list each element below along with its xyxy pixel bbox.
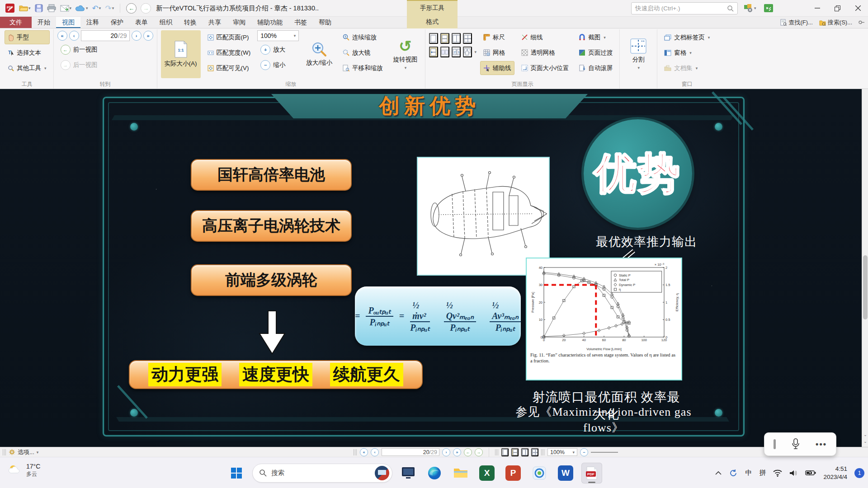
zoom-out-button[interactable]: −缩小 <box>257 58 299 72</box>
page-number-field[interactable]: 20/29 <box>81 30 130 41</box>
taskbar-app-powerpoint[interactable]: P <box>503 463 524 483</box>
options-button[interactable]: 选项...▾ <box>18 448 38 456</box>
tab-review[interactable]: 审阅 <box>227 17 251 28</box>
tab-file[interactable]: 文件 <box>0 17 32 28</box>
wifi-icon[interactable] <box>773 469 782 477</box>
tab-help[interactable]: 帮助 <box>313 17 337 28</box>
marquee-zoom-button[interactable]: 放大/缩小 <box>302 30 336 78</box>
clock-widget[interactable]: 4:512023/4/4 <box>823 465 847 481</box>
document-tabs-button[interactable]: 文档标签页▾ <box>661 30 713 44</box>
taskbar-app-excel[interactable]: X <box>476 463 497 483</box>
continuous-zoom-button[interactable]: 连续缩放 <box>340 30 386 44</box>
continuous-button-status[interactable] <box>511 448 519 456</box>
start-button[interactable] <box>226 463 247 483</box>
split-page-layout-button[interactable] <box>429 47 438 57</box>
email-button[interactable]: ▾ <box>59 2 73 14</box>
save-button[interactable] <box>33 2 44 14</box>
fit-width-button[interactable]: 匹配宽度(W) <box>204 46 254 60</box>
grip-handle[interactable] <box>495 449 499 455</box>
facing-continuous-layout-button[interactable] <box>463 33 472 44</box>
next-page-button-status[interactable]: › <box>442 448 450 456</box>
find-button[interactable]: 查找(F)... <box>780 19 812 27</box>
actual-size-button[interactable]: 1:1实际大小(A) <box>161 30 201 78</box>
fullscreen-icon[interactable] <box>762 2 775 14</box>
open-file-button[interactable]: ▾ <box>18 2 32 14</box>
reverse-view-button[interactable] <box>440 47 449 57</box>
snapshot-button[interactable]: 截图▾ <box>576 30 616 44</box>
tab-home[interactable]: 开始 <box>32 17 56 28</box>
taskbar-app-explorer[interactable] <box>450 463 471 483</box>
taskbar-app-photos[interactable] <box>529 463 550 483</box>
magnifier-button[interactable]: 放大镜 <box>340 46 386 60</box>
grip-handle[interactable] <box>354 449 357 455</box>
scroll-down-icon[interactable]: ⌄ <box>862 439 868 444</box>
zoom-select-status[interactable]: 100%▾ <box>547 448 577 456</box>
last-page-button[interactable]: » <box>143 31 153 41</box>
auto-scroll-button[interactable]: 自动滚屏 <box>576 61 616 75</box>
restore-button[interactable] <box>827 0 848 16</box>
select-text-button[interactable]: T选择文本 <box>5 46 50 60</box>
transparent-grid-button[interactable]: 透明网格 <box>518 46 572 60</box>
prev-page-button[interactable]: ‹ <box>69 31 79 41</box>
close-button[interactable] <box>848 0 868 16</box>
previous-view-button[interactable]: ← <box>125 2 138 14</box>
drag-handle[interactable] <box>774 439 776 449</box>
prev-page-button-status[interactable]: ‹ <box>371 448 379 456</box>
zoom-in-button[interactable]: +放大 <box>257 42 299 56</box>
fit-visible-button[interactable]: 匹配可见(V) <box>204 61 254 75</box>
tab-comment[interactable]: 注释 <box>80 17 105 28</box>
last-page-button-status[interactable]: » <box>453 448 461 456</box>
tab-convert[interactable]: 转换 <box>178 17 203 28</box>
next-view-button-status[interactable]: → <box>475 448 483 456</box>
grip-handle[interactable] <box>3 449 6 455</box>
pin-ribbon-icon[interactable] <box>859 19 864 25</box>
page-transition-button[interactable]: 页面过渡 <box>576 46 616 60</box>
tab-share[interactable]: 共享 <box>203 17 227 28</box>
tab-organize[interactable]: 组织 <box>154 17 178 28</box>
taskbar-app-edge[interactable] <box>424 463 445 483</box>
page-number-field-status[interactable]: 20/29 <box>382 448 439 456</box>
volume-icon[interactable] <box>789 469 798 477</box>
taskbar-app-monitor[interactable] <box>398 463 419 483</box>
vertical-scrollbar[interactable]: ⌄ ⌄ <box>862 89 868 447</box>
sync-icon[interactable] <box>729 469 738 478</box>
ruler-button[interactable]: 标尺 <box>480 30 514 44</box>
ime-language-button[interactable]: 中 <box>745 469 752 477</box>
undo-button[interactable]: ↶▾ <box>91 2 103 14</box>
facing-layout-button[interactable] <box>452 33 461 44</box>
first-page-number-button[interactable]: 21 <box>452 47 461 57</box>
zoom-slider[interactable] <box>591 452 618 453</box>
taskbar-search-box[interactable]: 搜索 <box>252 464 392 483</box>
other-tools-button[interactable]: 其他工具▾ <box>5 61 50 75</box>
panes-button[interactable]: 窗格▾ <box>661 46 713 60</box>
microphone-icon[interactable] <box>791 438 800 450</box>
battery-icon[interactable] <box>805 470 816 476</box>
taskbar-app-pdf-active[interactable]: PDF <box>581 463 602 483</box>
previous-view-button-ribbon[interactable]: ←前一视图 <box>57 42 153 56</box>
page-size-position-button[interactable]: 页面大小/位置 <box>518 61 572 75</box>
first-page-button-status[interactable]: « <box>360 448 368 456</box>
pan-zoom-button[interactable]: 平移和缩放 <box>340 61 386 75</box>
hand-tool-button[interactable]: 手型 <box>5 30 50 44</box>
single-page-layout-button[interactable] <box>429 33 438 44</box>
facing-button-status[interactable] <box>521 448 528 456</box>
next-view-button[interactable]: → <box>139 2 152 14</box>
next-page-button[interactable]: › <box>132 31 142 41</box>
zoom-level-select[interactable]: 100%▾ <box>257 30 299 41</box>
previous-view-button-status[interactable]: ← <box>464 448 472 456</box>
quick-launch-search[interactable]: 快速启动 (Ctrl+.) <box>631 2 738 14</box>
portfolio-button[interactable]: 文档集▾ <box>661 61 713 75</box>
weather-widget[interactable]: 17°C多云 <box>7 463 40 478</box>
ime-pinyin-button[interactable]: 拼 <box>759 469 766 477</box>
tray-chevron-up-icon[interactable] <box>715 471 722 475</box>
book-view-button[interactable] <box>463 47 472 57</box>
zoom-out-button-status[interactable]: − <box>580 448 588 456</box>
grip-handle[interactable] <box>541 449 545 455</box>
redo-button[interactable]: ↷▾ <box>104 2 115 14</box>
scrollbar-thumb[interactable] <box>863 255 868 319</box>
taskbar-app-word[interactable]: W <box>555 463 576 483</box>
tab-view[interactable]: 视图 <box>56 17 80 28</box>
continuous-layout-button[interactable] <box>440 33 449 44</box>
tab-format[interactable]: 格式 <box>426 18 439 26</box>
notification-badge[interactable]: 1 <box>854 468 864 478</box>
